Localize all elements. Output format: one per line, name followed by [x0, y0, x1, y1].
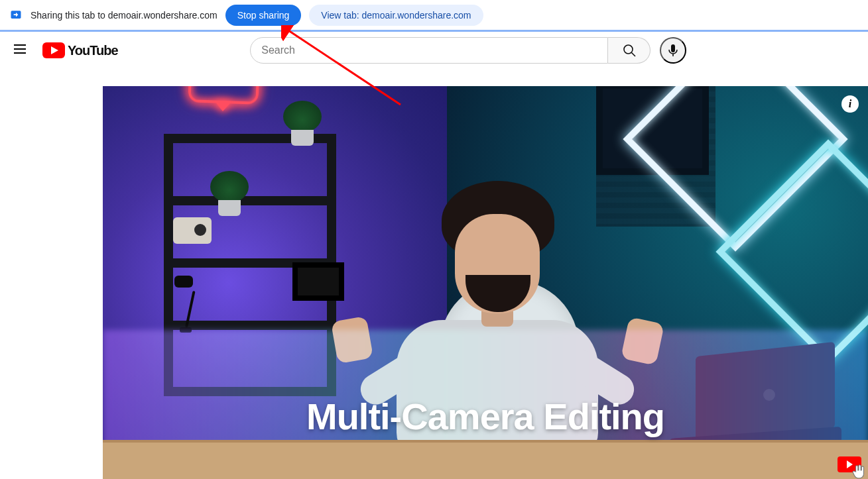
share-screen-icon	[9, 9, 23, 22]
scene-desk	[103, 440, 868, 479]
microphone-icon	[665, 42, 681, 58]
youtube-logo[interactable]: YouTube	[42, 42, 118, 58]
hamburger-menu-button[interactable]	[12, 41, 28, 60]
svg-rect-8	[671, 44, 675, 52]
info-icon: i	[849, 99, 851, 109]
video-player-area: Multi-Camera Editing i	[103, 86, 868, 479]
search-button[interactable]	[608, 37, 651, 64]
video-player[interactable]: Multi-Camera Editing i	[103, 86, 868, 479]
scene-plant-top	[283, 99, 322, 146]
tab-sharing-bar: Sharing this tab to demoair.wondershare.…	[0, 0, 868, 32]
search-input[interactable]	[250, 37, 608, 64]
youtube-header: YouTube	[0, 32, 868, 69]
scene-desk-lamp	[174, 276, 197, 333]
view-tab-button[interactable]: View tab: demoair.wondershare.com	[309, 5, 483, 26]
voice-search-button[interactable]	[660, 37, 686, 64]
video-caption-overlay: Multi-Camera Editing	[103, 395, 868, 438]
search-icon	[621, 42, 637, 58]
svg-line-7	[631, 53, 635, 57]
video-info-card-button[interactable]: i	[841, 95, 859, 113]
stop-sharing-button[interactable]: Stop sharing	[225, 5, 302, 26]
scene-picture-frame	[292, 262, 344, 301]
youtube-wordmark: YouTube	[68, 43, 118, 58]
svg-point-6	[624, 45, 633, 54]
sharing-status-text: Sharing this tab to demoair.wondershare.…	[31, 10, 217, 21]
scene-camera-prop	[173, 217, 212, 244]
cursor-hand-icon	[851, 463, 868, 479]
scene-plant-mid	[210, 170, 249, 216]
neon-heart-sign	[188, 86, 260, 105]
